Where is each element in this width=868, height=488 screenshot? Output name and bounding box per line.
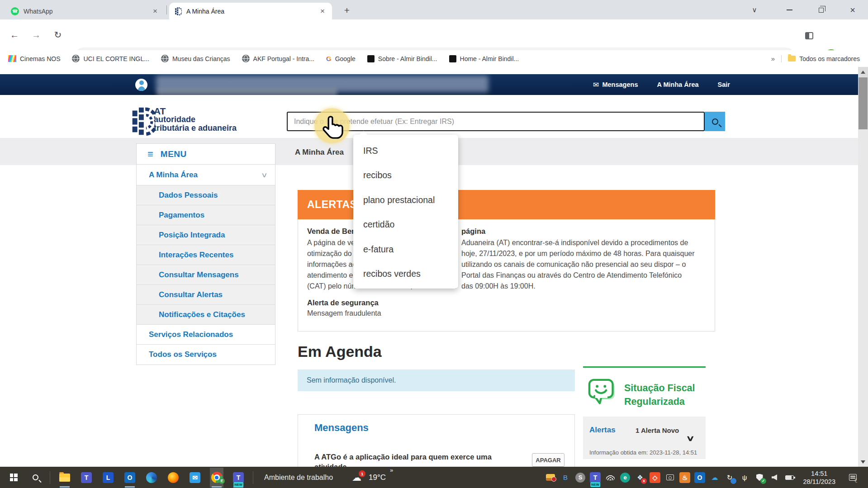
- nav-sair[interactable]: Sair: [718, 81, 730, 88]
- reload-button[interactable]: ↻: [52, 28, 64, 41]
- taskbar-overflow-icon[interactable]: »: [390, 467, 393, 474]
- bookmarks-overflow-icon[interactable]: »: [771, 55, 775, 62]
- sidebar-item-label: Consultar Mensagens: [159, 270, 239, 280]
- bookmark-home-almir-bindil[interactable]: Home - Almir Bindil...: [449, 55, 519, 62]
- back-button[interactable]: ←: [8, 28, 21, 41]
- bookmark-uci-el-corte-ingl[interactable]: UCI EL CORTE INGL...: [72, 55, 149, 62]
- side-panel-icon[interactable]: [803, 29, 816, 42]
- outlook-icon[interactable]: O: [123, 468, 137, 488]
- search-icon: [712, 118, 718, 125]
- expand-chevron-icon[interactable]: ∨: [686, 434, 695, 443]
- taskbar-clock[interactable]: 14:51 28/11/2023: [803, 469, 836, 486]
- file-explorer-icon[interactable]: [58, 468, 71, 488]
- close-button[interactable]: ×: [845, 4, 860, 16]
- scroll-down-button[interactable]: [858, 457, 868, 467]
- nav-mensagens[interactable]: ✉ Mensagens: [593, 81, 638, 89]
- suggestion-recibos[interactable]: recibos: [353, 163, 458, 188]
- eset-icon[interactable]: e: [620, 468, 631, 488]
- suggestion-recibos-verdes[interactable]: recibos verdes: [353, 262, 458, 287]
- suggestion-plano-prestacional[interactable]: plano prestacional: [353, 188, 458, 213]
- suggestion-e-fatura[interactable]: e-fatura: [353, 237, 458, 262]
- teams-new-icon[interactable]: TNEW: [232, 468, 245, 488]
- teams-new-tray-icon[interactable]: TNEW: [590, 468, 601, 488]
- mail-icon[interactable]: ✉: [188, 468, 202, 488]
- taskbar: TLO✉ETNEW Ambiente de trabalho » ☁1 19°C…: [0, 467, 868, 488]
- apagar-button[interactable]: APAGAR: [532, 453, 564, 467]
- tab-close-icon[interactable]: ×: [318, 7, 327, 16]
- new-tab-button[interactable]: +: [340, 4, 354, 17]
- sidebar-item-pagamentos[interactable]: Pagamentos: [137, 205, 275, 225]
- sidebar-item-consultar-alertas[interactable]: Consultar Alertas: [137, 285, 275, 305]
- sidebar-item-dados-pessoais[interactable]: Dados Pessoais: [137, 185, 275, 205]
- sidebar-item-intera-es-recentes[interactable]: Interações Recentes: [137, 245, 275, 265]
- bluetooth-icon[interactable]: B: [560, 468, 571, 488]
- badge: x: [641, 478, 647, 484]
- sidebar-item-a-minha-rea[interactable]: A Minha Área∨: [137, 165, 275, 185]
- bookmark-museu-das-crian-as[interactable]: Museu das Crianças: [161, 55, 230, 62]
- suggestion-irs[interactable]: IRS: [353, 138, 458, 163]
- badge: NEW: [590, 482, 600, 487]
- temperature: 19°C: [369, 473, 386, 482]
- chrome-icon[interactable]: E: [210, 468, 223, 488]
- all-bookmarks-button[interactable]: Todos os marcadores: [788, 55, 860, 62]
- camera-icon[interactable]: [664, 468, 675, 488]
- tab-close-icon[interactable]: ×: [151, 7, 159, 16]
- sidebar-item-posi-o-integrada[interactable]: Posição Integrada: [137, 225, 275, 245]
- user-avatar-icon[interactable]: [135, 79, 147, 91]
- fiscal-alerts-link[interactable]: Alertas: [589, 426, 616, 435]
- weather-widget[interactable]: ☁1 19°C: [352, 472, 386, 483]
- alert-line-right: utilizando os canais de comunicação não …: [461, 261, 686, 269]
- logo-line1: autoridade: [154, 115, 237, 124]
- messages-title[interactable]: Mensagens: [314, 422, 369, 434]
- alert-line-right: Aduaneira (AT) encontrar-se-á indisponív…: [461, 239, 688, 247]
- sidebar-item-servi-os-relacionados[interactable]: Serviços Relacionados: [137, 325, 275, 345]
- start-icon[interactable]: [7, 468, 20, 488]
- sidebar-item-consultar-mensagens[interactable]: Consultar Mensagens: [137, 265, 275, 285]
- bus-app-icon[interactable]: [545, 468, 556, 488]
- defender-icon[interactable]: ✓: [754, 468, 765, 488]
- scrollbar-thumb[interactable]: [859, 77, 868, 129]
- at-logo[interactable]: AT autoridade tributária e aduaneira: [132, 104, 155, 141]
- nav-a-minha-area[interactable]: A Minha Área: [657, 81, 698, 88]
- minimize-button[interactable]: [782, 4, 797, 16]
- onedrive-icon[interactable]: ☁: [709, 468, 720, 488]
- scroll-up-button[interactable]: [858, 67, 868, 77]
- globe-icon: [161, 55, 169, 62]
- action-center-icon[interactable]: [846, 468, 859, 488]
- desktop-toolbar-label[interactable]: Ambiente de trabalho: [264, 474, 333, 482]
- java-icon[interactable]: ♨: [679, 468, 690, 488]
- lists-icon[interactable]: L: [101, 468, 115, 488]
- bookmark-sobre-almir-bindil[interactable]: Sobre - Almir Bindil...: [367, 55, 437, 62]
- edge-icon[interactable]: [145, 468, 158, 488]
- badge: ✓: [760, 478, 766, 484]
- forward-button[interactable]: →: [30, 28, 43, 41]
- chevron-down-icon[interactable]: ∨: [261, 171, 268, 179]
- sidebar-item-todos-os-servi-os[interactable]: Todos os Serviços: [137, 345, 275, 365]
- firefox-icon[interactable]: [166, 468, 180, 488]
- tab-a-minha-area[interactable]: A Minha Área ×: [169, 3, 332, 19]
- sidebar-item-notifica-es-e-cita-es[interactable]: Notificações e Citações: [137, 305, 275, 325]
- tab-whatsapp[interactable]: ☎ WhatsApp ×: [5, 3, 165, 19]
- page-scrollbar[interactable]: [858, 67, 868, 467]
- usb-icon[interactable]: ψ: [739, 468, 750, 488]
- envelope-icon: ✉: [593, 81, 599, 89]
- volume-icon[interactable]: [769, 468, 780, 488]
- red-app-icon[interactable]: ◇: [650, 468, 660, 488]
- search-icon[interactable]: [28, 468, 42, 488]
- restore-button[interactable]: [813, 4, 829, 16]
- display-rotate-icon[interactable]: ↻: [724, 468, 735, 488]
- app-error-icon[interactable]: ❖x: [635, 468, 645, 488]
- power-icon[interactable]: [784, 468, 795, 488]
- wifi-icon[interactable]: [605, 468, 616, 488]
- menu-header[interactable]: ≡ MENU: [137, 144, 275, 165]
- search-suggestions-dropdown: IRSrecibosplano prestacionalcertidãoe-fa…: [353, 135, 458, 289]
- skype-icon[interactable]: S: [575, 468, 586, 488]
- bookmark-cinemas-nos[interactable]: Cinemas NOS: [8, 55, 60, 62]
- bookmark-akf-portugal-intra[interactable]: AKF Portugal - Intra...: [242, 55, 314, 62]
- portal-search-button[interactable]: [705, 112, 725, 131]
- teams-icon[interactable]: T: [80, 468, 93, 488]
- tab-search-icon[interactable]: ∨: [747, 4, 762, 16]
- outlook-tray-icon[interactable]: O: [694, 468, 705, 488]
- bookmark-google[interactable]: GGoogle: [326, 55, 356, 62]
- suggestion-certid-o[interactable]: certidão: [353, 213, 458, 237]
